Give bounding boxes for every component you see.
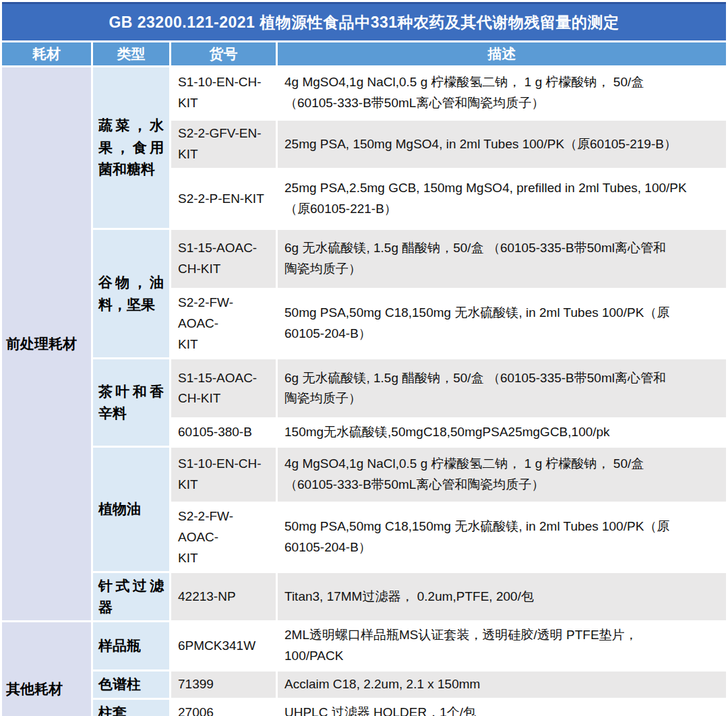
col-header-catalog: 货号 [171, 42, 276, 65]
consumable-group-cell: 前处理耗材 [2, 67, 91, 620]
catalog-cell: S2-2-GFV-EN- KIT [171, 121, 276, 168]
description-cell: 2ML透明螺口样品瓶MS认证套装，透明硅胶/透明 PTFE垫片， 100/PAC… [278, 622, 726, 669]
col-header-description: 描述 [278, 42, 726, 65]
description-cell: 50mg PSA,50mg C18,150mg 无水硫酸镁, in 2ml Tu… [278, 290, 726, 357]
description-cell: Acclaim C18, 2.2um, 2.1 x 150mm [278, 672, 726, 698]
consumables-table: GB 23200.121-2021 植物源性食品中331种农药及其代谢物残留量的… [0, 0, 728, 716]
page-title: GB 23200.121-2021 植物源性食品中331种农药及其代谢物残留量的… [2, 2, 726, 40]
table-row: 茶叶和香辛料 S1-15-AOAC- CH-KIT 6g 无水硫酸镁, 1.5g… [2, 359, 726, 417]
table-row: 柱套 27006 UHPLC 过滤器 HOLDER，1个/包 [2, 700, 726, 716]
description-cell: UHPLC 过滤器 HOLDER，1个/包 [278, 700, 726, 716]
type-cell: 样品瓶 [93, 622, 169, 669]
catalog-cell: S1-15-AOAC- CH-KIT [171, 359, 276, 417]
col-header-consumable: 耗材 [2, 42, 91, 65]
page: GB 23200.121-2021 植物源性食品中331种农药及其代谢物残留量的… [0, 0, 728, 716]
catalog-cell: 27006 [171, 700, 276, 716]
type-cell: 色谱柱 [93, 672, 169, 698]
type-cell: 蔬菜，水果，食用菌和糖料 [93, 67, 169, 228]
description-cell: 25mg PSA, 150mg MgSO4, in 2ml Tubes 100/… [278, 121, 726, 168]
table-row: 其他耗材 样品瓶 6PMCK341W 2ML透明螺口样品瓶MS认证套装，透明硅胶… [2, 622, 726, 669]
description-cell: 6g 无水硫酸镁, 1.5g 醋酸钠，50/盒 （60105-335-B带50m… [278, 359, 726, 417]
type-cell: 针式过滤器 [93, 573, 169, 620]
catalog-cell: S2-2-FW-AOAC- KIT [171, 504, 276, 571]
catalog-cell: 60105-380-B [171, 419, 276, 446]
table-row: 前处理耗材 蔬菜，水果，食用菌和糖料 S1-10-EN-CH- KIT 4g M… [2, 67, 726, 119]
description-cell: 150mg无水硫酸镁,50mgC18,50mgPSA25mgGCB,100/pk [278, 419, 726, 446]
catalog-cell: S1-10-EN-CH- KIT [171, 67, 276, 119]
header-row: 耗材 类型 货号 描述 [2, 42, 726, 65]
catalog-cell: 6PMCK341W [171, 622, 276, 669]
catalog-cell: 42213-NP [171, 573, 276, 620]
table-row: 针式过滤器 42213-NP Titan3, 17MM过滤器， 0.2um,PT… [2, 573, 726, 620]
catalog-cell: S2-2-P-EN-KIT [171, 170, 276, 228]
table-row: 色谱柱 71399 Acclaim C18, 2.2um, 2.1 x 150m… [2, 672, 726, 698]
col-header-type: 类型 [93, 42, 169, 65]
description-cell: 50mg PSA,50mg C18,150mg 无水硫酸镁, in 2ml Tu… [278, 504, 726, 571]
description-cell: Titan3, 17MM过滤器， 0.2um,PTFE, 200/包 [278, 573, 726, 620]
description-cell: 4g MgSO4,1g NaCl,0.5 g 柠檬酸氢二钠， 1 g 柠檬酸钠，… [278, 448, 726, 502]
description-cell: 4g MgSO4,1g NaCl,0.5 g 柠檬酸氢二钠， 1 g 柠檬酸钠，… [278, 67, 726, 119]
consumable-group-cell: 其他耗材 [2, 622, 91, 716]
type-cell: 植物油 [93, 448, 169, 571]
type-cell: 谷物，油料，坚果 [93, 230, 169, 357]
description-cell: 6g 无水硫酸镁, 1.5g 醋酸钠，50/盒 （60105-335-B带50m… [278, 230, 726, 288]
title-row: GB 23200.121-2021 植物源性食品中331种农药及其代谢物残留量的… [2, 2, 726, 40]
catalog-cell: S1-15-AOAC- CH-KIT [171, 230, 276, 288]
catalog-cell: S2-2-FW-AOAC- KIT [171, 290, 276, 357]
type-cell: 茶叶和香辛料 [93, 359, 169, 446]
table-row: 植物油 S1-10-EN-CH- KIT 4g MgSO4,1g NaCl,0.… [2, 448, 726, 502]
description-cell: 25mg PSA,2.5mg GCB, 150mg MgSO4, prefill… [278, 170, 726, 228]
catalog-cell: 71399 [171, 672, 276, 698]
table-row: 谷物，油料，坚果 S1-15-AOAC- CH-KIT 6g 无水硫酸镁, 1.… [2, 230, 726, 288]
type-cell: 柱套 [93, 700, 169, 716]
catalog-cell: S1-10-EN-CH- KIT [171, 448, 276, 502]
